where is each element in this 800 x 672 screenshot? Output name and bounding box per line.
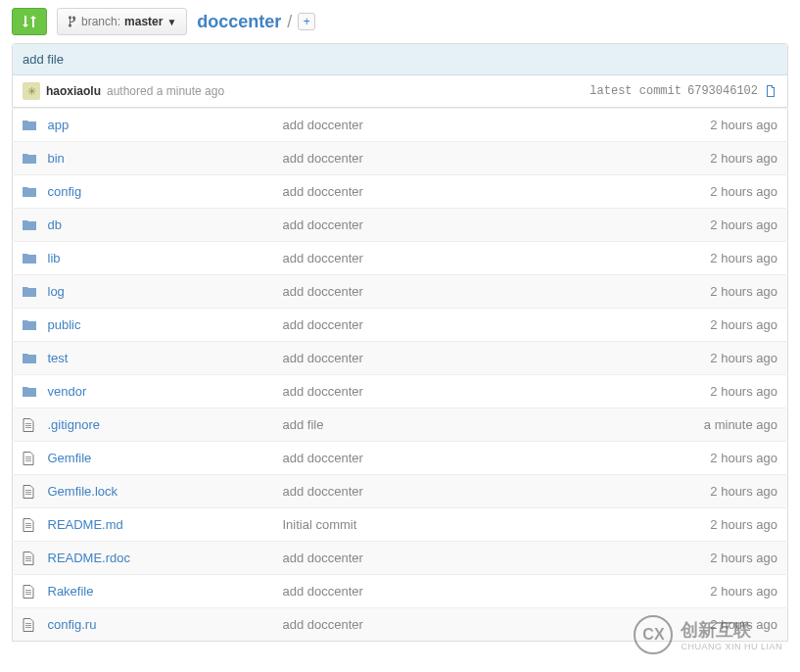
file-link[interactable]: log	[48, 284, 65, 299]
commit-message[interactable]: add doccenter	[273, 575, 632, 608]
commit-time: 2 hours ago	[632, 142, 788, 175]
commit-time: 2 hours ago	[632, 575, 788, 608]
file-icon	[13, 408, 38, 442]
table-row: logadd doccenter2 hours ago	[13, 275, 788, 309]
compare-icon	[22, 14, 37, 29]
top-bar: branch: master ▼ doccenter / +	[0, 0, 800, 43]
file-icon	[13, 442, 38, 475]
commit-time: 2 hours ago	[632, 209, 788, 242]
commit-message[interactable]: add doccenter	[273, 375, 632, 408]
commit-time: a minute ago	[632, 408, 788, 442]
commit-sha[interactable]: 6793046102	[687, 84, 758, 98]
commit-message[interactable]: add doccenter	[273, 442, 632, 475]
commit-message[interactable]: add doccenter	[273, 608, 632, 642]
table-row: config.ruadd doccenter2 hours ago	[13, 608, 788, 642]
file-link[interactable]: README.rdoc	[48, 551, 131, 565]
commit-message[interactable]: add doccenter	[273, 142, 632, 175]
commit-message[interactable]: add doccenter	[273, 275, 632, 309]
avatar: ✳	[23, 82, 40, 100]
commit-time: 2 hours ago	[632, 342, 788, 375]
file-icon	[13, 608, 38, 642]
commit-message[interactable]: add file	[273, 408, 632, 442]
file-link[interactable]: db	[48, 217, 62, 232]
branch-icon	[68, 15, 77, 28]
repo-link[interactable]: doccenter	[197, 12, 281, 32]
commit-message[interactable]: Initial commit	[273, 508, 632, 542]
commit-time: 2 hours ago	[632, 442, 788, 475]
folder-icon	[13, 242, 38, 275]
commit-panel: add file ✳ haoxiaolu authored a minute a…	[12, 43, 788, 108]
commit-time: 2 hours ago	[632, 242, 788, 275]
folder-icon	[13, 275, 38, 309]
file-link[interactable]: Rakefile	[48, 584, 94, 599]
folder-icon	[13, 309, 38, 342]
commit-time: 2 hours ago	[632, 109, 788, 142]
file-link[interactable]: lib	[48, 251, 61, 265]
clipboard-icon[interactable]	[764, 84, 777, 98]
table-row: Rakefileadd doccenter2 hours ago	[13, 575, 788, 608]
folder-icon	[13, 109, 38, 142]
table-row: README.mdInitial commit2 hours ago	[13, 508, 788, 542]
commit-meta: ✳ haoxiaolu authored a minute ago latest…	[13, 75, 787, 107]
table-row: .gitignoreadd filea minute ago	[13, 408, 788, 442]
commit-message[interactable]: add doccenter	[273, 342, 632, 375]
file-link[interactable]: test	[48, 351, 69, 365]
file-link[interactable]: config	[48, 184, 82, 199]
file-link[interactable]: config.ru	[48, 617, 97, 632]
commit-message[interactable]: add doccenter	[273, 475, 632, 508]
commit-time: 2 hours ago	[632, 475, 788, 508]
table-row: Gemfileadd doccenter2 hours ago	[13, 442, 788, 475]
commit-time: 2 hours ago	[632, 309, 788, 342]
table-row: Gemfile.lockadd doccenter2 hours ago	[13, 475, 788, 508]
file-link[interactable]: README.md	[48, 517, 123, 532]
file-link[interactable]: public	[48, 317, 81, 332]
commit-author-block: ✳ haoxiaolu authored a minute ago	[23, 82, 224, 100]
branch-selector[interactable]: branch: master ▼	[57, 8, 187, 35]
table-row: appadd doccenter2 hours ago	[13, 109, 788, 142]
commit-time: 2 hours ago	[632, 375, 788, 408]
table-row: vendoradd doccenter2 hours ago	[13, 375, 788, 408]
commit-message[interactable]: add doccenter	[273, 542, 632, 575]
file-link[interactable]: Gemfile	[48, 451, 92, 465]
folder-icon	[13, 175, 38, 209]
breadcrumb: doccenter / +	[197, 12, 315, 32]
latest-commit-label: latest commit	[589, 84, 682, 98]
breadcrumb-separator: /	[287, 12, 292, 32]
commit-sha-block: latest commit 6793046102	[589, 84, 777, 98]
file-link[interactable]: .gitignore	[48, 417, 100, 432]
files-table: appadd doccenter2 hours agobinadd doccen…	[12, 108, 788, 642]
folder-icon	[13, 375, 38, 408]
branch-name: master	[124, 15, 163, 28]
commit-title: add file	[13, 44, 787, 75]
file-icon	[13, 508, 38, 542]
file-link[interactable]: app	[48, 118, 70, 132]
commit-message[interactable]: add doccenter	[273, 175, 632, 209]
table-row: configadd doccenter2 hours ago	[13, 175, 788, 209]
commit-message[interactable]: add doccenter	[273, 242, 632, 275]
plus-icon: +	[304, 15, 310, 28]
file-link[interactable]: bin	[48, 151, 65, 166]
branch-label: branch:	[81, 15, 120, 28]
chevron-down-icon: ▼	[166, 17, 176, 27]
commit-time: 2 hours ago	[632, 608, 788, 642]
commit-message[interactable]: add doccenter	[273, 309, 632, 342]
table-row: testadd doccenter2 hours ago	[13, 342, 788, 375]
commit-author[interactable]: haoxiaolu	[46, 84, 101, 98]
folder-icon	[13, 209, 38, 242]
commit-message[interactable]: add doccenter	[273, 209, 632, 242]
commit-message[interactable]: add doccenter	[273, 109, 632, 142]
table-row: binadd doccenter2 hours ago	[13, 142, 788, 175]
compare-button[interactable]	[12, 8, 47, 35]
commit-authored-text: authored a minute ago	[107, 84, 224, 98]
commit-time: 2 hours ago	[632, 175, 788, 209]
table-row: dbadd doccenter2 hours ago	[13, 209, 788, 242]
table-row: README.rdocadd doccenter2 hours ago	[13, 542, 788, 575]
folder-icon	[13, 342, 38, 375]
file-icon	[13, 575, 38, 608]
table-row: libadd doccenter2 hours ago	[13, 242, 788, 275]
commit-time: 2 hours ago	[632, 508, 788, 542]
commit-time: 2 hours ago	[632, 542, 788, 575]
file-link[interactable]: vendor	[48, 384, 87, 399]
file-link[interactable]: Gemfile.lock	[48, 484, 118, 499]
add-file-button[interactable]: +	[298, 13, 315, 30]
